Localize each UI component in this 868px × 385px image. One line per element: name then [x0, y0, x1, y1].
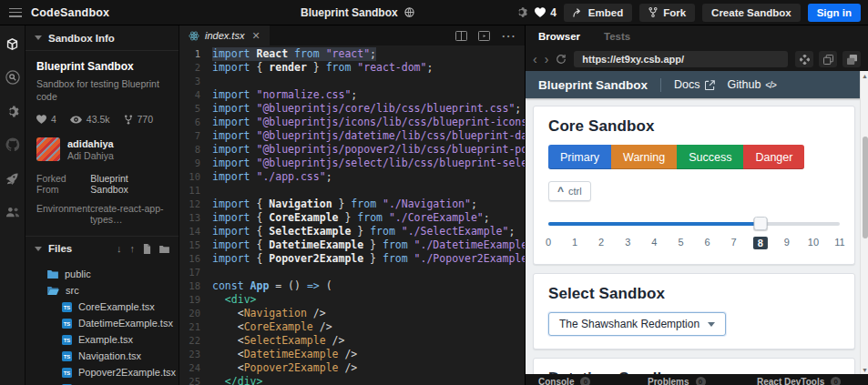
film-select-dropdown[interactable]: The Shawshank Redemption — [548, 312, 726, 336]
stat-views: 43.5k — [70, 114, 110, 125]
sign-in-button[interactable]: Sign in — [808, 4, 861, 22]
code-area[interactable]: 1import React from "react";2import { ren… — [179, 46, 525, 385]
code-line-14[interactable]: 14import { SelectExample } from "./Selec… — [179, 225, 525, 238]
slider-handle[interactable] — [753, 217, 767, 230]
settings-gear-icon[interactable] — [516, 6, 527, 18]
author-row[interactable]: adidahiya Adi Dahiya — [36, 137, 168, 161]
code-line-2[interactable]: 2import { render } from "react-dom"; — [179, 61, 525, 75]
editor-tab-bar: index.tsx ✕ ⋯ — [179, 25, 525, 46]
folder-item-public[interactable]: public — [26, 266, 179, 282]
fork-button[interactable]: Fork — [639, 4, 695, 22]
code-line-21[interactable]: 21 <CoreExample /> — [179, 320, 525, 334]
search-icon[interactable] — [5, 70, 20, 85]
environment-value[interactable]: create-react-app-types… — [90, 203, 168, 225]
file-item-coreexample-tsx[interactable]: TSCoreExample.tsx — [26, 299, 179, 315]
docs-link[interactable]: Docs — [674, 78, 714, 91]
code-line-10[interactable]: 10import "./app.css"; — [179, 170, 525, 184]
new-file-icon[interactable] — [143, 244, 151, 254]
github-icon[interactable] — [5, 137, 20, 152]
file-item-navigation-tsx[interactable]: TSNavigation.tsx — [26, 348, 179, 364]
url-input[interactable]: https://et9xy.csb.app/ — [574, 51, 788, 67]
tab-index-tsx[interactable]: index.tsx ✕ — [179, 25, 270, 46]
forked-from-value[interactable]: Blueprint Sandbox — [90, 173, 168, 195]
files-section-header[interactable]: Files ↓ ↑ — [26, 237, 179, 260]
scrollbar-thumb[interactable] — [863, 137, 868, 238]
more-actions-icon[interactable]: ⋯ — [501, 27, 516, 45]
menu-icon[interactable] — [9, 8, 22, 17]
collapse-triangle-icon — [35, 35, 42, 40]
preview-scrollbar[interactable]: ▲ ▼ — [860, 71, 868, 374]
code-line-4[interactable]: 4import "normalize.css"; — [179, 88, 525, 102]
code-line-16[interactable]: 16import { Popover2Example } from "./Pop… — [179, 252, 525, 266]
back-icon[interactable]: ‹ — [533, 53, 537, 66]
code-line-5[interactable]: 5import "@blueprintjs/core/lib/css/bluep… — [179, 102, 525, 116]
file-item-example-tsx[interactable]: TSExample.tsx — [26, 331, 179, 348]
line-number: 18 — [179, 279, 212, 293]
primary-button[interactable]: Primary — [548, 145, 611, 169]
responsive-mode-icon[interactable] — [795, 51, 813, 67]
hotkey-ctrl: ^ ctrl — [548, 181, 591, 201]
live-collaboration-icon[interactable] — [5, 205, 20, 219]
close-tab-icon[interactable]: ✕ — [251, 30, 260, 42]
create-sandbox-button[interactable]: Create Sandbox — [702, 4, 801, 22]
code-line-18[interactable]: 18const App = () => ( — [179, 279, 525, 293]
code-line-19[interactable]: 19 <div> — [179, 293, 525, 307]
line-number: 8 — [179, 143, 212, 157]
scroll-down-icon[interactable]: ▼ — [861, 365, 868, 374]
download-icon[interactable]: ↓ — [117, 243, 122, 254]
scroll-up-icon[interactable]: ▲ — [861, 71, 868, 80]
status-react-devtools[interactable]: React DevTools0 — [757, 377, 866, 385]
success-button[interactable]: Success — [677, 145, 743, 169]
svg-text:TS: TS — [64, 354, 71, 360]
sandbox-info-section-header[interactable]: Sandbox Info — [26, 25, 179, 51]
forward-icon[interactable]: › — [545, 53, 549, 66]
code-line-3[interactable]: 3 — [179, 75, 525, 88]
like-button[interactable]: 4 — [535, 6, 557, 19]
author-username: adidahiya — [67, 138, 114, 149]
preview-navbar: Blueprint Sandbox Docs Github </> — [526, 71, 868, 98]
code-line-12[interactable]: 12import { Navigation } from "./Navigati… — [179, 198, 525, 211]
config-gear-icon[interactable] — [5, 104, 20, 118]
open-preview-icon[interactable] — [478, 31, 490, 41]
code-line-8[interactable]: 8import "@blueprintjs/popover2/lib/css/b… — [179, 143, 525, 157]
code-line-24[interactable]: 24 <Popover2Example /> — [179, 361, 525, 375]
code-line-22[interactable]: 22 <SelectExample /> — [179, 334, 525, 348]
upload-icon[interactable]: ↑ — [130, 243, 136, 254]
danger-button[interactable]: Danger — [743, 145, 804, 169]
code-line-15[interactable]: 15import { DatetimeExample } from "./Dat… — [179, 238, 525, 252]
tab-browser[interactable]: Browser — [538, 31, 580, 42]
slider[interactable] — [548, 218, 840, 230]
status-console[interactable]: Console0 — [538, 377, 648, 385]
line-number: 19 — [179, 293, 212, 307]
embed-button[interactable]: Embed — [564, 4, 632, 22]
datetime-sandbox-card: Datetime Sandbox ‹ December 2021 — [533, 358, 855, 374]
refresh-icon[interactable] — [556, 54, 567, 65]
code-line-23[interactable]: 23 <DatetimeExample /> — [179, 348, 525, 361]
code-line-13[interactable]: 13import { CoreExample } from "./CoreExa… — [179, 211, 525, 225]
github-link[interactable]: Github </> — [728, 78, 776, 91]
folder-item-src[interactable]: src — [26, 282, 179, 299]
code-line-1[interactable]: 1import React from "react"; — [179, 47, 525, 61]
code-line-17[interactable]: 17 — [179, 266, 525, 279]
code-line-9[interactable]: 9import "@blueprintjs/select/lib/css/blu… — [179, 157, 525, 170]
file-item-datetimeexample-tsx[interactable]: TSDatetimeExample.tsx — [26, 315, 179, 331]
sandbox-info-icon[interactable] — [5, 36, 20, 51]
code-line-6[interactable]: 6import "@blueprintjs/icons/lib/css/blue… — [179, 116, 525, 129]
code-line-7[interactable]: 7import "@blueprintjs/datetime/lib/css/b… — [179, 129, 525, 143]
open-in-new-window-icon[interactable] — [842, 51, 861, 67]
code-line-11[interactable]: 11 — [179, 184, 525, 198]
line-number: 15 — [179, 238, 212, 252]
file-item-popover2example-tsx[interactable]: TSPopover2Example.tsx — [26, 364, 179, 380]
folder-open-icon — [47, 286, 59, 295]
deployment-rocket-icon[interactable] — [5, 171, 20, 186]
copy-url-icon[interactable] — [819, 51, 837, 67]
warning-button[interactable]: Warning — [611, 145, 677, 169]
new-folder-icon[interactable] — [159, 245, 169, 253]
line-number: 9 — [179, 157, 212, 170]
code-line-25[interactable]: 25 </div> — [179, 375, 525, 385]
status-problems[interactable]: Problems0 — [648, 377, 757, 385]
tab-tests[interactable]: Tests — [604, 31, 630, 42]
code-line-20[interactable]: 20 <Navigation /> — [179, 307, 525, 320]
split-editor-icon[interactable] — [455, 31, 467, 41]
file-item-selectexample-tsx[interactable]: TSSelectExample.tsx — [26, 380, 179, 385]
